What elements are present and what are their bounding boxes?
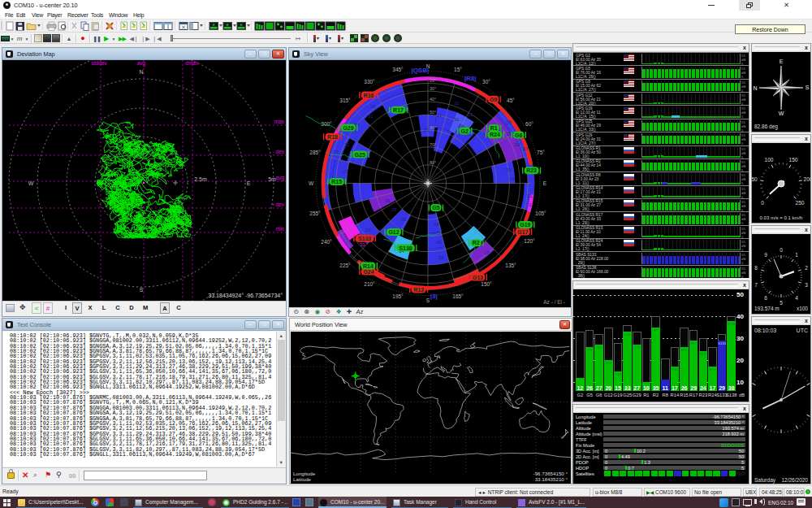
svg-text:W: W (28, 180, 34, 186)
svg-text:25: 25 (423, 128, 429, 132)
svg-text:5m: 5m (268, 176, 276, 182)
svg-text:R14: R14 (363, 263, 374, 269)
svg-text:1: 1 (795, 252, 798, 258)
svg-text:80°: 80° (430, 160, 436, 165)
svg-text:S: S (140, 287, 144, 293)
svg-text:193.574 m: 193.574 m (754, 306, 780, 311)
svg-text:28: 28 (370, 104, 376, 109)
svg-text:45°: 45° (507, 98, 515, 103)
svg-text:150: 150 (789, 157, 798, 163)
svg-text:25: 25 (506, 167, 512, 172)
svg-text:30: 30 (454, 101, 460, 106)
svg-text:120°: 120° (524, 238, 535, 244)
svg-text:08:10:03: 08:10:03 (754, 328, 776, 333)
svg-text:0.03 m/s = 0.1 km/h: 0.03 m/s = 0.1 km/h (760, 215, 803, 220)
svg-text:210°: 210° (364, 281, 375, 287)
svg-text:2: 2 (805, 265, 808, 271)
svg-text:7: 7 (754, 282, 758, 288)
svg-text:24: 24 (509, 176, 515, 181)
svg-text:17: 17 (523, 146, 529, 151)
svg-text:S133: S133 (358, 236, 371, 241)
svg-text:12/26/2020: 12/26/2020 (781, 477, 808, 483)
svg-text:stddev: stddev (91, 60, 107, 66)
svg-text:Saturday: Saturday (754, 477, 776, 484)
svg-text:30°: 30° (430, 86, 436, 91)
svg-text:G5: G5 (432, 205, 439, 211)
svg-text:31: 31 (454, 117, 460, 122)
svg-text:23: 23 (365, 228, 371, 232)
svg-text:165°: 165° (452, 293, 464, 299)
svg-text:G13: G13 (473, 275, 483, 280)
svg-text:R1: R1 (490, 125, 498, 131)
svg-text:28: 28 (434, 222, 439, 227)
svg-text:dmax: dmax (185, 60, 199, 66)
svg-text:R16: R16 (363, 93, 374, 98)
svg-text:R24: R24 (490, 132, 500, 137)
svg-text:27: 27 (333, 150, 339, 154)
svg-text:S138: S138 (399, 245, 412, 251)
svg-text:30°: 30° (482, 79, 490, 85)
svg-text:200: 200 (804, 176, 810, 182)
svg-text:3: 3 (805, 282, 808, 288)
svg-text:W: W (309, 180, 314, 186)
svg-text:345°: 345° (392, 67, 404, 72)
svg-text:N: N (753, 85, 757, 91)
svg-text:- dev: - dev (273, 149, 285, 154)
svg-text:E: E (247, 180, 251, 186)
svg-text:33: 33 (401, 217, 407, 222)
svg-text:R13: R13 (413, 287, 424, 293)
svg-text:|3|: |3| (430, 293, 438, 300)
svg-text:50: 50 (752, 176, 758, 182)
svg-text:195°: 195° (392, 293, 404, 299)
svg-text:G2: G2 (461, 128, 469, 134)
svg-text:G25: G25 (355, 152, 365, 158)
svg-text:R23: R23 (526, 167, 537, 173)
svg-text:0: 0 (780, 247, 783, 253)
svg-text:G24: G24 (363, 269, 374, 275)
svg-text:60°: 60° (525, 121, 533, 127)
svg-text:27: 27 (506, 120, 512, 125)
svg-text:min: min (276, 226, 285, 232)
svg-text:Az - / El -: Az - / El - (543, 299, 565, 305)
svg-text:R2: R2 (473, 240, 480, 245)
svg-text:40°: 40° (430, 97, 436, 102)
svg-text:29: 29 (438, 255, 444, 260)
svg-text:21: 21 (385, 198, 391, 203)
svg-text:255°: 255° (309, 211, 321, 216)
svg-text:E: E (780, 59, 784, 64)
svg-text:W: W (779, 111, 784, 116)
svg-text:27: 27 (343, 169, 348, 174)
svg-text:G12: G12 (388, 229, 399, 235)
svg-text:2.5m: 2.5m (194, 176, 207, 182)
svg-text:R17: R17 (393, 107, 404, 113)
svg-text:+ dev: + dev (271, 202, 285, 207)
svg-text:5: 5 (780, 300, 783, 306)
svg-text:31: 31 (344, 142, 350, 147)
svg-text:x100: x100 (797, 306, 808, 311)
svg-text:100: 100 (765, 157, 774, 163)
svg-text:avg: avg (137, 60, 146, 67)
svg-text:20°: 20° (430, 78, 436, 83)
svg-text:6: 6 (764, 295, 767, 301)
svg-text:33: 33 (360, 242, 365, 247)
svg-text:33.18434924° -96.73654734°: 33.18434924° -96.73654734° (208, 293, 283, 298)
svg-text:70°: 70° (430, 142, 436, 147)
svg-text:G29: G29 (343, 125, 353, 131)
svg-text:150°: 150° (481, 281, 492, 287)
svg-text:19: 19 (506, 132, 512, 137)
svg-text:G6: G6 (515, 132, 522, 138)
svg-text:avg: avg (276, 175, 285, 181)
svg-text:G17: G17 (517, 229, 528, 235)
svg-text:315°: 315° (339, 98, 351, 103)
svg-text:UTC: UTC (797, 328, 808, 333)
svg-text:30: 30 (436, 113, 442, 118)
svg-text:21: 21 (468, 112, 473, 117)
svg-text:max: max (274, 119, 285, 124)
svg-text:31: 31 (368, 114, 374, 119)
svg-text:S: S (806, 85, 810, 90)
svg-text:|QSB|: |QSB| (411, 67, 429, 74)
svg-text:82.86 deg: 82.86 deg (754, 124, 778, 130)
svg-text:E: E (543, 180, 547, 186)
svg-text:0: 0 (761, 200, 764, 206)
svg-text:75°: 75° (537, 150, 545, 155)
